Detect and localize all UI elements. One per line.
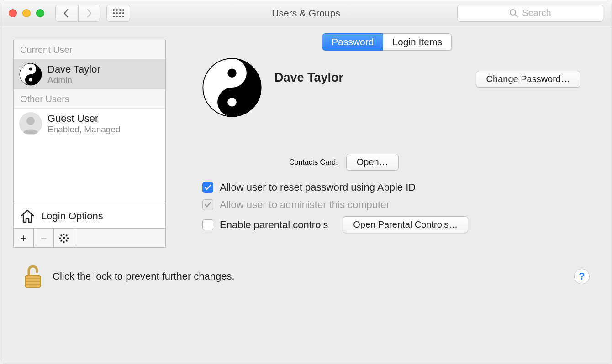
detail-body: Dave Taylor Change Password… Contacts Ca… — [175, 40, 599, 248]
user-role: Admin — [47, 75, 100, 85]
tab-login-items[interactable]: Login Items — [383, 33, 452, 51]
user-name: Guest User — [47, 113, 121, 125]
label-allow-reset: Allow user to reset password using Apple… — [220, 182, 416, 193]
detail-panel: Password Login Items Dave — [175, 40, 599, 248]
sidebar: Current User Dave Taylor Admin — [13, 40, 166, 248]
svg-point-6 — [26, 117, 35, 125]
user-text: Dave Taylor Admin — [47, 63, 100, 85]
svg-line-14 — [60, 240, 62, 241]
tabs: Password Login Items — [322, 33, 452, 51]
row-allow-admin: Allow user to administer this computer — [202, 199, 580, 211]
svg-line-1 — [515, 15, 517, 17]
search-input[interactable]: Search — [457, 5, 603, 22]
row-parental: Enable parental controls Open Parental C… — [202, 216, 580, 233]
footer: Click the lock to prevent further change… — [13, 259, 599, 299]
svg-line-12 — [60, 234, 62, 236]
sidebar-user-current[interactable]: Dave Taylor Admin — [14, 59, 165, 89]
forward-button[interactable] — [78, 5, 100, 22]
user-status: Enabled, Managed — [47, 125, 121, 135]
back-button[interactable] — [55, 5, 77, 22]
svg-point-17 — [227, 68, 237, 78]
contacts-card-label: Contacts Card: — [289, 158, 338, 166]
user-text: Guest User Enabled, Managed — [47, 113, 121, 135]
section-other-users: Other Users — [14, 89, 165, 109]
grid-icon — [113, 9, 124, 17]
open-parental-button[interactable]: Open Parental Controls… — [343, 216, 468, 233]
show-all-button[interactable] — [106, 5, 130, 22]
titlebar: Users & Groups Search — [0, 0, 612, 26]
nav-buttons — [55, 5, 100, 22]
detail-user-name: Dave Taylor — [274, 71, 343, 85]
contacts-row: Contacts Card: Open… — [289, 154, 580, 171]
login-options-button[interactable]: Login Options — [14, 204, 165, 228]
user-name: Dave Taylor — [47, 63, 100, 75]
remove-user-button[interactable]: − — [34, 229, 54, 247]
main-row: Current User Dave Taylor Admin — [13, 40, 599, 248]
avatar-silhouette — [19, 112, 42, 135]
traffic-lights — [9, 9, 44, 17]
footer-text: Click the lock to prevent further change… — [53, 270, 235, 282]
svg-point-4 — [29, 78, 32, 82]
checkbox-parental[interactable] — [202, 219, 213, 230]
tab-password[interactable]: Password — [322, 33, 383, 51]
lock-icon[interactable] — [22, 263, 43, 290]
add-user-button[interactable]: + — [14, 229, 34, 247]
content: Current User Dave Taylor Admin — [0, 26, 612, 364]
close-window-button[interactable] — [9, 9, 17, 17]
login-options-label: Login Options — [41, 210, 103, 222]
checkbox-allow-reset[interactable] — [202, 182, 213, 193]
avatar-large[interactable] — [202, 58, 262, 117]
minimize-window-button[interactable] — [22, 9, 31, 17]
sidebar-user-guest[interactable]: Guest User Enabled, Managed — [14, 109, 165, 139]
gear-icon — [59, 233, 69, 243]
home-icon — [19, 208, 36, 224]
sidebar-spacer — [14, 139, 165, 204]
svg-point-7 — [63, 237, 65, 239]
contacts-open-button[interactable]: Open… — [346, 154, 399, 171]
label-parental: Enable parental controls — [220, 219, 328, 231]
label-allow-admin: Allow user to administer this computer — [220, 199, 390, 211]
chevron-left-icon — [63, 9, 69, 18]
zoom-window-button[interactable] — [36, 9, 44, 17]
svg-line-15 — [66, 234, 67, 236]
row-allow-reset: Allow user to reset password using Apple… — [202, 182, 580, 193]
svg-line-13 — [66, 240, 67, 241]
sidebar-controls: + − — [14, 228, 165, 247]
avatar-yinyang-small — [19, 63, 42, 86]
window-title: Users & Groups — [272, 8, 340, 19]
search-icon — [509, 9, 518, 18]
change-password-button[interactable]: Change Password… — [476, 71, 580, 88]
sidebar-controls-filler — [74, 229, 165, 247]
svg-point-3 — [29, 68, 32, 71]
preferences-window: Users & Groups Search Current User — [0, 0, 612, 364]
help-button[interactable]: ? — [574, 269, 590, 284]
search-placeholder: Search — [522, 8, 551, 18]
chevron-right-icon — [86, 9, 92, 18]
checkbox-allow-admin — [202, 199, 213, 210]
svg-point-18 — [227, 98, 237, 107]
user-header: Dave Taylor Change Password… — [202, 58, 580, 117]
svg-point-0 — [510, 10, 516, 15]
search-wrap: Search — [457, 5, 603, 22]
sidebar-actions-menu[interactable] — [54, 229, 74, 247]
section-current-user: Current User — [14, 40, 165, 59]
